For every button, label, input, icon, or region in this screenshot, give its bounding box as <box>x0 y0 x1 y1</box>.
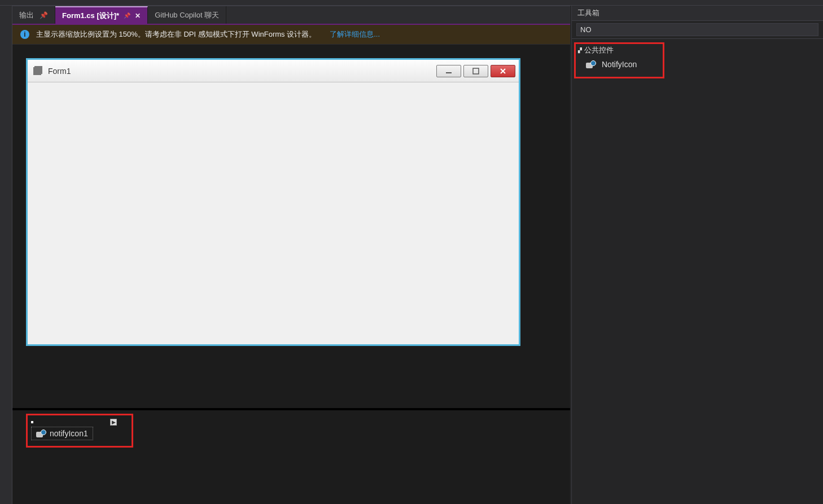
form-title: Form1 <box>48 67 432 76</box>
notifyicon-icon <box>586 60 596 68</box>
tray-divider <box>12 408 570 410</box>
tab-form-designer[interactable]: Form1.cs [设计]* 📌 ✕ <box>55 6 148 24</box>
tab-output-label: 输出 <box>19 10 34 20</box>
menu-toolbar-fragment <box>0 0 823 6</box>
svg-rect-1 <box>473 68 479 74</box>
form-app-icon <box>33 67 41 75</box>
tab-copilot-label: GitHub Copilot 聊天 <box>155 10 219 20</box>
left-tool-rail[interactable] <box>0 6 12 504</box>
smarttag-row: ▶ <box>31 419 127 426</box>
pin-icon[interactable]: 📌 <box>124 12 130 19</box>
document-column: 输出 📌 Form1.cs [设计]* 📌 ✕ GitHub Copilot 聊… <box>12 6 570 504</box>
toolbox-search-input[interactable] <box>576 23 818 36</box>
tab-copilot-chat[interactable]: GitHub Copilot 聊天 <box>148 6 226 24</box>
component-tray: ▶ notifyIcon1 <box>26 408 557 448</box>
toolbox-group-common-controls[interactable]: ▞ 公共控件 <box>578 44 660 56</box>
notifyicon-icon <box>36 430 46 437</box>
tab-form-label: Form1.cs [设计]* <box>62 11 119 21</box>
component-tray-item-notifyicon[interactable]: notifyIcon1 <box>31 427 93 440</box>
pin-icon[interactable]: 📌 <box>40 11 48 19</box>
form-client-area[interactable] <box>28 82 519 344</box>
window-buttons <box>436 65 515 77</box>
smarttag-arrow-icon[interactable]: ▶ <box>110 419 117 426</box>
minimize-button[interactable] <box>436 65 461 77</box>
toolbox-body: ▞ 公共控件 NotifyIcon <box>572 39 823 82</box>
component-tray-item-label: notifyIcon1 <box>50 429 88 438</box>
toolbox-title[interactable]: 工具箱 <box>572 6 823 21</box>
annotation-box-tray: ▶ notifyIcon1 <box>26 414 133 448</box>
tab-output[interactable]: 输出 📌 <box>12 6 55 24</box>
toolbox-item-label: NotifyIcon <box>602 60 637 69</box>
toolbox-item-notifyicon[interactable]: NotifyIcon <box>578 56 660 72</box>
svg-rect-0 <box>446 72 452 73</box>
dpi-notification-bar: i 主显示器缩放比例设置为 150%。请考虑在非 DPI 感知模式下打开 Win… <box>12 25 570 45</box>
info-icon: i <box>20 30 29 39</box>
toolbox-panel: 工具箱 ▞ 公共控件 NotifyIcon <box>571 6 823 504</box>
designer-canvas[interactable]: Form1 <box>12 45 570 504</box>
tab-row: 输出 📌 Form1.cs [设计]* 📌 ✕ GitHub Copilot 聊… <box>12 6 570 24</box>
toolbox-search-row <box>572 21 823 39</box>
notification-learn-more-link[interactable]: 了解详细信息... <box>330 29 380 40</box>
form-titlebar[interactable]: Form1 <box>28 60 519 82</box>
main-area: 输出 📌 Form1.cs [设计]* 📌 ✕ GitHub Copilot 聊… <box>0 6 823 504</box>
selection-handle[interactable] <box>31 421 33 423</box>
notification-text: 主显示器缩放比例设置为 150%。请考虑在非 DPI 感知模式下打开 WinFo… <box>36 29 316 40</box>
toolbox-group-label: 公共控件 <box>584 45 614 55</box>
close-icon[interactable]: ✕ <box>135 12 141 20</box>
close-button[interactable] <box>491 65 515 77</box>
annotation-box-toolbox: ▞ 公共控件 NotifyIcon <box>574 42 664 78</box>
form-window[interactable]: Form1 <box>26 58 520 346</box>
maximize-button[interactable] <box>463 65 488 77</box>
chevron-down-icon: ▞ <box>578 47 582 53</box>
